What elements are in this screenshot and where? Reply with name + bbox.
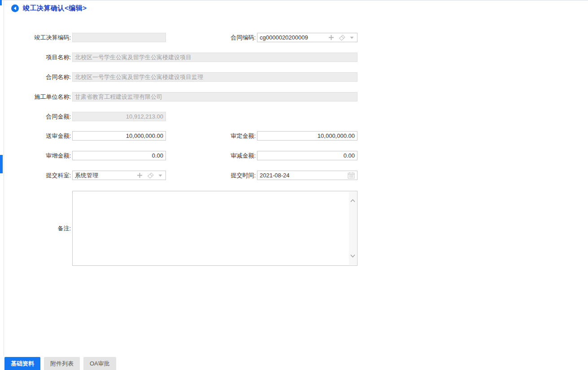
tab-basic-info[interactable]: 基础资料 (4, 357, 40, 370)
submit-dept-field[interactable] (73, 171, 137, 180)
submitted-amount-label: 送审金额: (9, 131, 71, 141)
submit-dept-label: 提交科室: (9, 171, 71, 180)
contract-amount-field (72, 112, 166, 121)
plus-icon[interactable] (137, 172, 143, 178)
eraser-clear-icon[interactable] (147, 172, 154, 179)
approved-amount-label: 审定金额: (193, 131, 256, 141)
submit-date-label: 提交时间: (193, 171, 256, 180)
increase-amount-field[interactable] (72, 151, 166, 160)
decrease-amount-field[interactable] (257, 151, 357, 160)
bottom-tab-bar: 基础资料 附件列表 OA审批 (4, 357, 116, 370)
builder-name-label: 施工单位名称: (9, 92, 71, 101)
tab-attachment-list[interactable]: 附件列表 (44, 357, 80, 370)
completion-settlement-edit-page: 竣工决算确认<编辑> 竣工决算编码: 合同编码: 项目名称: 合同名称: 施工单… (0, 0, 588, 370)
project-name-label: 项目名称: (9, 53, 71, 62)
project-name-field (72, 53, 357, 62)
page-title: 竣工决算确认<编辑> (23, 4, 87, 13)
back-button[interactable] (11, 4, 19, 12)
contract-code-field[interactable] (257, 33, 328, 42)
contract-code-label: 合同编码: (193, 33, 256, 42)
scroll-up-icon[interactable] (350, 198, 356, 204)
eraser-clear-icon[interactable] (339, 35, 345, 41)
increase-amount-label: 审增金额: (9, 151, 71, 160)
contract-code-combo-icons (328, 35, 357, 41)
plus-icon[interactable] (328, 35, 334, 40)
submitted-amount-field[interactable] (72, 131, 166, 141)
top-border-line (0, 0, 588, 0)
scroll-down-icon[interactable] (350, 253, 356, 259)
settlement-code-field (72, 33, 166, 42)
left-divider-line (4, 0, 4, 356)
settlement-code-label: 竣工决算编码: (9, 33, 71, 42)
contract-name-field (72, 72, 357, 82)
tab-oa-approval[interactable]: OA审批 (83, 357, 116, 370)
remarks-label: 备注: (9, 191, 71, 266)
contract-code-combo (257, 33, 357, 42)
approved-amount-field[interactable] (257, 131, 357, 141)
remarks-textarea-wrap (72, 191, 357, 266)
calendar-icon[interactable] (348, 172, 357, 179)
builder-name-field (72, 92, 357, 101)
remarks-textarea[interactable] (73, 191, 349, 265)
submit-date-picker (257, 171, 357, 180)
submit-dept-combo-icons (137, 172, 166, 179)
submit-date-field[interactable] (257, 172, 348, 179)
submit-dept-combo (72, 171, 166, 180)
chevron-down-icon[interactable] (158, 174, 162, 177)
contract-name-label: 合同名称: (9, 72, 71, 82)
page-header: 竣工决算确认<编辑> (11, 4, 87, 13)
chevron-down-icon[interactable] (350, 36, 354, 39)
left-scrollbar-top-mark (0, 0, 2, 5)
decrease-amount-label: 审减金额: (193, 151, 256, 160)
left-scrollbar-thumb[interactable] (0, 155, 3, 173)
back-arrow-icon (11, 4, 19, 12)
contract-amount-label: 合同金额: (9, 112, 71, 121)
remarks-scrollbar[interactable] (349, 192, 357, 265)
